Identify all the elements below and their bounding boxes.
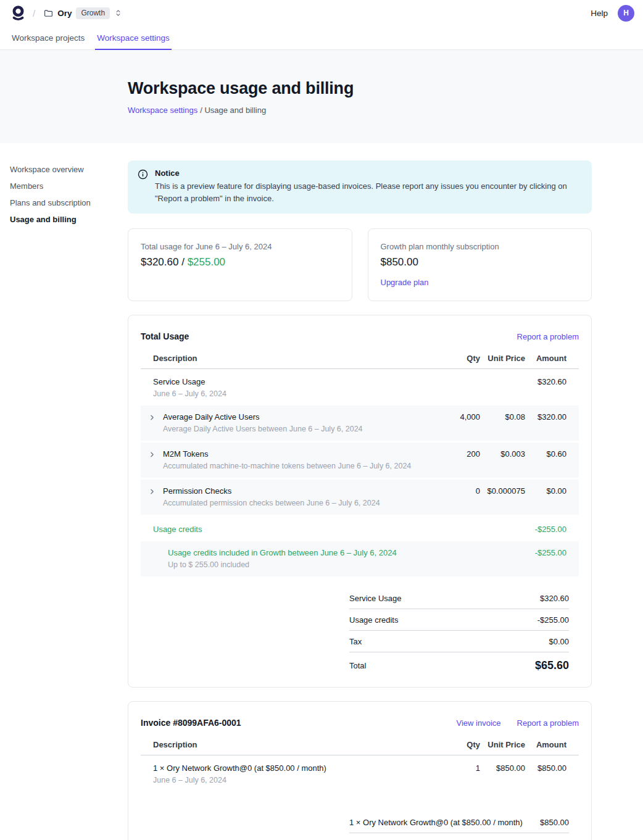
- grand-total-row: Total $65.60: [349, 652, 569, 672]
- totals-label: Service Usage: [349, 594, 402, 603]
- workspace-name: Ory: [57, 9, 72, 18]
- invoice-panel-header: Invoice #8099AFA6-0001 View invoice Repo…: [141, 714, 579, 738]
- row-title: Usage credits included in Growth between…: [168, 548, 437, 557]
- row-subtitle: Average Daily Active Users between June …: [163, 425, 437, 433]
- row-unit-price: $850.00: [480, 763, 525, 784]
- row-qty: 1: [437, 763, 480, 784]
- plan-card-price: $850.00: [381, 256, 579, 268]
- sidebar-item-plans-subscription[interactable]: Plans and subscription: [10, 199, 128, 207]
- topbar: / Ory Growth Help H: [0, 0, 643, 26]
- col-amount: Amount: [525, 740, 566, 749]
- usage-row-permission-checks: Permission Checks Accumulated permission…: [141, 480, 579, 515]
- sidebar-item-workspace-overview[interactable]: Workspace overview: [10, 165, 128, 173]
- totals-value: $850.00: [540, 818, 569, 827]
- col-description: Description: [153, 740, 437, 749]
- group-title: Service Usage: [153, 377, 437, 386]
- col-qty: Qty: [437, 740, 480, 749]
- chevron-right-icon[interactable]: [148, 488, 158, 496]
- sidebar-item-members[interactable]: Members: [10, 182, 128, 190]
- topbar-left: / Ory Growth: [10, 5, 125, 22]
- row-subtitle: June 6 – July 6, 2024: [153, 776, 437, 784]
- row-amount: $320.00: [525, 412, 566, 422]
- row-unit-price: $0.003: [480, 449, 525, 459]
- main-panel: Notice This is a preview feature for dis…: [128, 160, 592, 840]
- totals-label: Tax: [349, 637, 362, 646]
- usage-row-m2m-tokens: M2M Tokens Accumulated machine-to-machin…: [141, 443, 579, 478]
- report-problem-link[interactable]: Report a problem: [517, 332, 579, 341]
- usage-value-separator: /: [178, 256, 187, 268]
- usage-table-header: Description Qty Unit Price Amount: [141, 351, 579, 369]
- invoice-panel: Invoice #8099AFA6-0001 View invoice Repo…: [128, 701, 592, 840]
- row-title: Permission Checks: [163, 486, 437, 496]
- group-amount: -$255.00: [525, 525, 566, 534]
- breadcrumb-settings-link[interactable]: Workspace settings: [128, 106, 197, 115]
- topbar-right: Help H: [591, 5, 634, 22]
- usage-panel-title: Total Usage: [141, 331, 189, 341]
- tab-workspace-projects[interactable]: Workspace projects: [10, 26, 86, 50]
- service-usage-group-row: Service Usage June 6 – July 6, 2024 $320…: [141, 369, 579, 405]
- total-usage-card: Total usage for June 6 – July 6, 2024 $3…: [128, 228, 352, 301]
- row-subtitle: Accumulated permission checks between Ju…: [163, 499, 437, 507]
- page-hero: Workspace usage and billing Workspace se…: [0, 50, 643, 143]
- totals-label: Usage credits: [349, 615, 398, 625]
- usage-credits-item-row: Usage credits included in Growth between…: [141, 541, 579, 576]
- view-invoice-link[interactable]: View invoice: [457, 718, 501, 728]
- invoice-totals: 1 × Ory Network Growth@0 (at $850.00 / m…: [349, 812, 569, 840]
- settings-sidenav: Workspace overview Members Plans and sub…: [10, 160, 128, 840]
- row-qty: 200: [437, 449, 480, 459]
- row-title: M2M Tokens: [163, 449, 437, 459]
- row-unit-price: $0.000075: [480, 486, 525, 496]
- plan-badge: Growth: [76, 7, 110, 19]
- total-usage-label: Total usage for June 6 – July 6, 2024: [141, 242, 339, 251]
- row-title: Average Daily Active Users: [163, 412, 437, 422]
- row-qty: 4,000: [437, 412, 480, 422]
- col-description: Description: [153, 354, 437, 363]
- row-amount: $850.00: [525, 763, 566, 784]
- info-icon: [138, 169, 148, 205]
- row-subtitle: Accumulated machine-to-machine tokens be…: [163, 462, 437, 470]
- row-title: 1 × Ory Network Growth@0 (at $850.00 / m…: [153, 763, 437, 773]
- notice-text: Notice This is a preview feature for dis…: [155, 168, 581, 205]
- totals-label: 1 × Ory Network Growth@0 (at $850.00 / m…: [349, 818, 523, 827]
- sidebar-item-usage-billing[interactable]: Usage and billing: [10, 215, 128, 223]
- totals-value: $320.60: [540, 594, 569, 603]
- notice-banner: Notice This is a preview feature for dis…: [128, 160, 592, 214]
- chevron-right-icon[interactable]: [148, 451, 158, 459]
- summary-cards: Total usage for June 6 – July 6, 2024 $3…: [128, 228, 592, 301]
- plan-card-label: Growth plan monthly subscription: [381, 242, 579, 251]
- invoice-title: Invoice #8099AFA6-0001: [141, 718, 241, 728]
- totals-value: -$255.00: [537, 615, 569, 625]
- chevron-updown-icon: [114, 9, 122, 17]
- group-title: Usage credits: [153, 525, 437, 534]
- chevron-right-icon[interactable]: [148, 414, 158, 422]
- workspace-tabs: Workspace projects Workspace settings: [0, 26, 643, 50]
- totals-value: $0.00: [549, 637, 569, 646]
- report-problem-link[interactable]: Report a problem: [517, 718, 579, 728]
- total-usage-value: $320.60 / $255.00: [141, 256, 339, 268]
- folder-icon: [44, 9, 53, 18]
- page-title: Workspace usage and billing: [128, 79, 643, 98]
- usage-credits-group-row: Usage credits -$255.00: [141, 517, 579, 541]
- help-link[interactable]: Help: [591, 9, 608, 18]
- upgrade-plan-link[interactable]: Upgrade plan: [381, 278, 429, 287]
- usage-totals: Service Usage $320.60 Usage credits -$25…: [349, 588, 569, 672]
- grand-total-label: Total: [349, 661, 366, 670]
- notice-body: This is a preview feature for displaying…: [155, 180, 581, 205]
- group-amount: $320.60: [525, 377, 566, 398]
- notice-title: Notice: [155, 168, 581, 178]
- invoice-line-item-row: 1 × Ory Network Growth@0 (at $850.00 / m…: [141, 755, 579, 792]
- tab-workspace-settings[interactable]: Workspace settings: [95, 26, 172, 50]
- usage-row-daily-active-users: Average Daily Active Users Average Daily…: [141, 405, 579, 441]
- breadcrumb-separator: /: [33, 8, 35, 19]
- avatar[interactable]: H: [618, 5, 634, 22]
- ory-logo[interactable]: [10, 5, 27, 22]
- usage-credit-amount: $255.00: [188, 256, 225, 268]
- row-amount: -$255.00: [525, 548, 566, 557]
- content: Workspace overview Members Plans and sub…: [0, 143, 643, 840]
- col-amount: Amount: [525, 354, 566, 363]
- workspace-switcher[interactable]: Ory Growth: [41, 5, 125, 22]
- row-amount: $0.60: [525, 449, 566, 459]
- breadcrumb: Workspace settings/ Usage and billing: [128, 106, 643, 115]
- totals-row: 1 × Ory Network Growth@0 (at $850.00 / m…: [349, 812, 569, 833]
- usage-used-amount: $320.60: [141, 256, 178, 268]
